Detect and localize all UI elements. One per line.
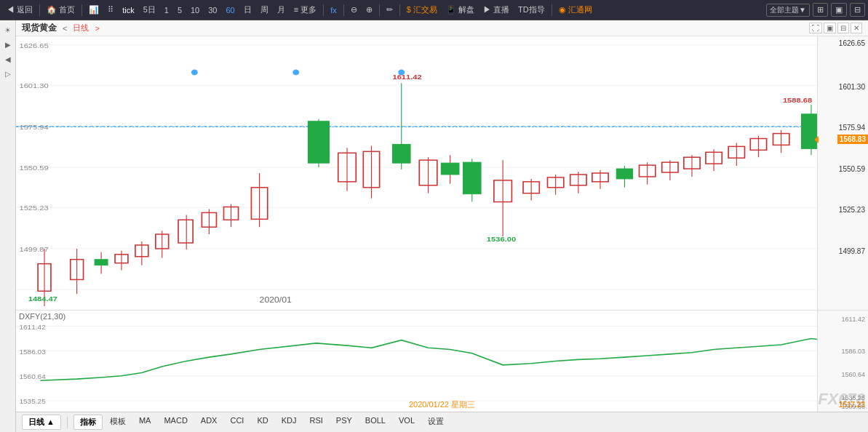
svg-rect-35: [392, 144, 410, 163]
full-screen-button[interactable]: ⛶: [809, 23, 822, 33]
5min-button[interactable]: 5: [174, 4, 186, 16]
10min-button[interactable]: 10: [187, 4, 203, 16]
tab-indicator[interactable]: 指标: [73, 415, 103, 430]
svg-rect-53: [616, 169, 632, 179]
svg-text:1588.68: 1588.68: [783, 96, 812, 104]
separator-3: [323, 4, 324, 16]
svg-text:1575.94: 1575.94: [19, 122, 48, 130]
main-chart[interactable]: 1626.65 1601.30 1575.94 1550.59 1525.23 …: [16, 36, 868, 310]
tab-rsi[interactable]: RSI: [303, 415, 328, 430]
zoom-out-button[interactable]: ⊖: [347, 4, 361, 16]
live-button[interactable]: ▶ 直播: [479, 3, 513, 17]
svg-text:1499.87: 1499.87: [19, 244, 48, 252]
tab-psy[interactable]: PSY: [330, 415, 358, 430]
price-1626: 1626.65: [839, 39, 865, 47]
tab-adx[interactable]: ADX: [195, 415, 223, 430]
price-1525: 1525.23: [839, 206, 865, 214]
more-button[interactable]: ≡ 更多: [290, 3, 320, 17]
day-button[interactable]: 日: [240, 3, 255, 17]
split-v-button[interactable]: ⊟: [837, 23, 849, 33]
tab-ma[interactable]: MA: [133, 415, 157, 430]
home-button[interactable]: 🏠 首页: [43, 3, 79, 17]
chart-title-bar: 现货黄金 < 日线 > ⛶ ▣ ⊟ ✕: [16, 20, 868, 36]
bars-icon-button[interactable]: ⠿: [104, 4, 117, 16]
separator-5: [379, 4, 380, 16]
svg-text:1550.59: 1550.59: [19, 164, 48, 172]
svg-rect-13: [95, 260, 108, 265]
60min-button[interactable]: 60: [223, 4, 239, 16]
huitong-button[interactable]: ◉ 汇通网: [555, 3, 596, 17]
layout2-button[interactable]: ▣: [831, 3, 847, 17]
svg-rect-21: [178, 220, 193, 243]
tab-settings[interactable]: 设置: [422, 415, 450, 430]
price-1575: 1575.94: [839, 124, 865, 132]
svg-text:2020/01: 2020/01: [260, 296, 292, 304]
svg-rect-29: [308, 121, 329, 163]
svg-rect-39: [441, 163, 459, 175]
tab-cci[interactable]: CCI: [224, 415, 250, 430]
tick-button[interactable]: tick: [119, 4, 138, 16]
month-button[interactable]: 月: [274, 3, 289, 17]
separator-6: [399, 4, 400, 16]
market-button[interactable]: 📱 解盘: [442, 3, 478, 17]
layout1-button[interactable]: ⊞: [813, 3, 828, 17]
sun-icon[interactable]: ☀: [1, 23, 15, 36]
chart-title-separator: <: [63, 24, 67, 33]
tab-vol[interactable]: VOL: [393, 415, 421, 430]
td-button[interactable]: TD指导: [514, 3, 549, 17]
chart-icon-button[interactable]: 📊: [85, 4, 103, 16]
close-chart-button[interactable]: ✕: [851, 23, 862, 33]
chart-controls: ⛶ ▣ ⊟ ✕: [809, 23, 862, 33]
separator-7: [552, 4, 552, 16]
tab-macd[interactable]: MACD: [158, 415, 193, 430]
timeframe-tab[interactable]: 日线 ▲: [22, 415, 61, 430]
tab-separator: [67, 417, 68, 428]
fx678-logo: FX678: [818, 390, 865, 409]
tab-kdj[interactable]: KDJ: [276, 415, 303, 430]
back-button[interactable]: ◀ 返回: [3, 3, 36, 17]
svg-point-74: [191, 70, 198, 76]
separator-2: [81, 4, 82, 16]
price-1601: 1601.30: [839, 83, 865, 91]
sidebar-icon-2[interactable]: ◀: [1, 52, 15, 65]
indicator-svg: 1611.42 1586.03 1560.64 1535.25: [16, 311, 868, 412]
svg-text:1586.03: 1586.03: [19, 348, 46, 356]
svg-text:1536.00: 1536.00: [487, 235, 516, 243]
price-arrow-icon: [814, 136, 819, 143]
svg-text:1535.25: 1535.25: [19, 397, 46, 405]
30min-button[interactable]: 30: [204, 4, 220, 16]
bottom-tabs: 日线 ▲ 指标 模板 MA MACD ADX CCI KD KDJ RSI PS…: [16, 412, 868, 432]
draw-button[interactable]: ✏: [383, 4, 397, 16]
1min-button[interactable]: 1: [161, 4, 172, 16]
svg-text:1484.47: 1484.47: [28, 295, 57, 303]
tab-template[interactable]: 模板: [104, 415, 132, 430]
svg-text:1611.42: 1611.42: [392, 73, 421, 81]
chart-period-arrow: >: [95, 24, 99, 33]
5day-button[interactable]: 5日: [140, 3, 159, 17]
separator-1: [39, 4, 40, 16]
split-h-button[interactable]: ▣: [824, 23, 836, 33]
chart-title: 现货黄金: [22, 22, 57, 34]
tab-kd[interactable]: KD: [251, 415, 274, 430]
svg-text:1626.65: 1626.65: [19, 41, 48, 49]
sidebar-icon-1[interactable]: ▶: [1, 38, 15, 51]
candlestick-chart: 1626.65 1601.30 1575.94 1550.59 1525.23 …: [16, 36, 868, 310]
zoom-in-button[interactable]: ⊕: [362, 4, 376, 16]
week-button[interactable]: 周: [257, 3, 272, 17]
layout3-button[interactable]: ⊟: [850, 3, 865, 17]
svg-text:1601.30: 1601.30: [19, 81, 48, 89]
indicator-chart: DXFY(21,30) 1611.42 1586.03 1560.64 1535…: [16, 310, 868, 412]
main-content: ☀ ▶ ◀ ▷ 现货黄金 < 日线 > ⛶ ▣ ⊟ ✕: [0, 20, 868, 432]
main-toolbar: ◀ 返回 🏠 首页 📊 ⠿ tick 5日 1 5 10 30 60 日 周 月…: [0, 0, 868, 20]
theme-selector[interactable]: 全部主题▼: [766, 4, 810, 17]
indicator-tabs: 指标 模板 MA MACD ADX CCI KD KDJ RSI PSY BOL…: [73, 415, 450, 430]
sidebar-icon-3[interactable]: ▷: [1, 67, 15, 80]
separator-4: [343, 4, 344, 16]
tab-boll[interactable]: BOLL: [359, 415, 391, 430]
chart-container: 现货黄金 < 日线 > ⛶ ▣ ⊟ ✕: [16, 20, 868, 432]
fx-button[interactable]: fx: [327, 4, 341, 16]
svg-text:1560.64: 1560.64: [19, 372, 46, 380]
chart-period: 日线: [73, 23, 89, 33]
current-price-badge: 1568.83: [837, 135, 868, 144]
exchange-button[interactable]: $ 汇交易: [403, 3, 441, 17]
